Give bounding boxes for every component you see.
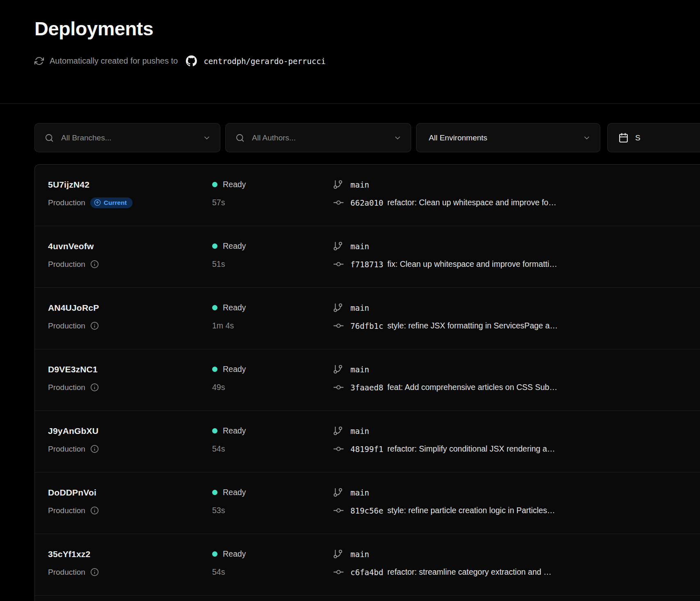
environment-label: Production — [48, 506, 85, 515]
commit-hash[interactable]: 48199f1 — [350, 445, 383, 454]
branch-name[interactable]: main — [350, 365, 369, 374]
chevron-down-icon — [203, 134, 211, 142]
build-duration: 51s — [212, 259, 225, 269]
search-icon — [236, 133, 245, 142]
deployment-cell-main: J9yAnGbXU Production — [48, 425, 212, 455]
deployment-cell-main: D9VE3zNC1 Production — [48, 363, 212, 394]
page-subtitle: Automatically created for pushes to cent… — [34, 55, 666, 67]
repo-link[interactable]: centrodph/gerardo-perrucci — [204, 57, 325, 66]
status-label: Ready — [223, 488, 246, 497]
status-dot — [212, 551, 217, 557]
status-dot — [212, 428, 217, 434]
chevron-down-icon — [393, 134, 402, 142]
commit-hash[interactable]: 3faaed8 — [350, 383, 383, 392]
git-branch-icon — [333, 364, 345, 374]
commit-hash[interactable]: f718713 — [350, 260, 383, 269]
branches-placeholder: All Branches... — [61, 133, 112, 142]
authors-filter[interactable]: All Authors... — [225, 123, 411, 152]
branch-name[interactable]: main — [350, 427, 369, 436]
environment-label: Production — [48, 198, 85, 207]
deployment-id: DoDDPnVoi — [48, 488, 96, 498]
page-title: Deployments — [34, 17, 666, 40]
environments-value: All Environments — [429, 133, 487, 142]
status-dot — [212, 182, 217, 187]
branch-name[interactable]: main — [350, 488, 369, 497]
info-icon[interactable] — [90, 260, 99, 268]
info-icon[interactable] — [90, 383, 99, 392]
deployment-cell-main: 35cYf1xz2 Production — [48, 548, 212, 578]
deployment-id: 5U7ijzN42 — [48, 180, 89, 190]
deployments-list: 5U7ijzN42 Production Current — [34, 164, 700, 601]
deployment-cell-git: main c6fa4bd refactor: streamline catego… — [333, 548, 700, 578]
environment-label: Production — [48, 383, 85, 392]
commit-message[interactable]: refactor: streamline category extraction… — [387, 567, 551, 577]
search-icon — [45, 133, 54, 142]
commit-hash[interactable]: 819c56e — [350, 506, 383, 515]
deployment-id: 35cYf1xz2 — [48, 549, 90, 559]
status-dot — [212, 305, 217, 310]
deployment-row[interactable]: DoDDPnVoi Production — [35, 473, 700, 534]
commit-message[interactable]: style: refine JSX formatting in Services… — [387, 321, 558, 330]
info-icon[interactable] — [90, 445, 99, 453]
branch-name[interactable]: main — [350, 242, 369, 251]
deployment-id: AN4UJoRcP — [48, 303, 99, 313]
branches-filter[interactable]: All Branches... — [34, 123, 220, 152]
build-duration: 53s — [212, 506, 225, 515]
branch-name[interactable]: main — [350, 550, 369, 559]
calendar-icon — [618, 133, 629, 143]
deployment-id: 4uvnVeofw — [48, 241, 94, 251]
git-commit-icon — [333, 259, 345, 269]
status-label: Ready — [223, 549, 246, 559]
environment-label: Production — [48, 260, 85, 269]
status-label: Ready — [223, 426, 246, 436]
commit-hash[interactable]: c6fa4bd — [350, 568, 383, 577]
info-icon[interactable] — [90, 568, 99, 576]
deployment-cell-status: Ready 54s — [212, 425, 333, 455]
environment-label: Production — [48, 445, 85, 454]
deployment-row[interactable]: J9yAnGbXU Production — [35, 411, 700, 473]
build-duration: 1m 4s — [212, 321, 234, 330]
branch-name[interactable]: main — [350, 303, 369, 312]
deployment-cell-status: Ready 49s — [212, 363, 333, 394]
git-commit-icon — [333, 444, 345, 454]
commit-message[interactable]: feat: Add comprehensive articles on CSS … — [387, 383, 557, 392]
deployment-row[interactable]: D9VE3zNC1 Production — [35, 349, 700, 411]
commit-message[interactable]: refactor: Simplify conditional JSX rende… — [387, 444, 555, 454]
environment-label: Production — [48, 321, 85, 330]
current-badge-label: Current — [104, 199, 127, 206]
commit-message[interactable]: refactor: Clean up whitespace and improv… — [387, 198, 556, 207]
build-duration: 54s — [212, 444, 225, 454]
deployment-cell-git: main 819c56e style: refine particle crea… — [333, 486, 700, 517]
page-header: Deployments Automatically created for pu… — [0, 0, 700, 104]
deployment-cell-git: main 662a010 refactor: Clean up whitespa… — [333, 179, 700, 209]
info-icon[interactable] — [90, 506, 99, 515]
deployment-row[interactable]: 35cYf1xz2 Production — [35, 534, 700, 596]
current-badge: Current — [90, 197, 133, 208]
status-label: Ready — [223, 180, 246, 189]
environments-filter[interactable]: All Environments — [416, 123, 600, 152]
arrow-up-circle-icon — [94, 199, 101, 206]
build-duration: 49s — [212, 383, 225, 392]
commit-message[interactable]: style: refine particle creation logic in… — [387, 506, 555, 515]
deployment-row[interactable]: AN4UJoRcP Production — [35, 288, 700, 349]
deployment-cell-git: main 48199f1 refactor: Simplify conditio… — [333, 425, 700, 455]
git-branch-icon — [333, 487, 345, 498]
deployment-cell-status: Ready 54s — [212, 548, 333, 578]
deployment-id: D9VE3zNC1 — [48, 365, 98, 374]
commit-hash[interactable]: 662a010 — [350, 198, 383, 207]
commit-hash[interactable]: 76dfb1c — [350, 321, 383, 330]
build-duration: 57s — [212, 198, 225, 207]
info-icon[interactable] — [90, 321, 99, 330]
status-dot — [212, 367, 217, 372]
git-commit-icon — [333, 321, 345, 331]
chevron-down-icon — [583, 134, 591, 142]
commit-message[interactable]: fix: Clean up whitespace and improve for… — [387, 259, 557, 269]
date-range-filter[interactable]: S — [607, 123, 700, 152]
deployment-cell-status: Ready 57s — [212, 179, 333, 209]
deployment-row[interactable]: 5U7ijzN42 Production Current — [35, 165, 700, 226]
deployment-id: J9yAnGbXU — [48, 426, 98, 436]
branch-name[interactable]: main — [350, 180, 369, 189]
build-duration: 54s — [212, 567, 225, 577]
deployment-row[interactable]: 4uvnVeofw Production — [35, 226, 700, 288]
status-label: Ready — [223, 303, 246, 312]
